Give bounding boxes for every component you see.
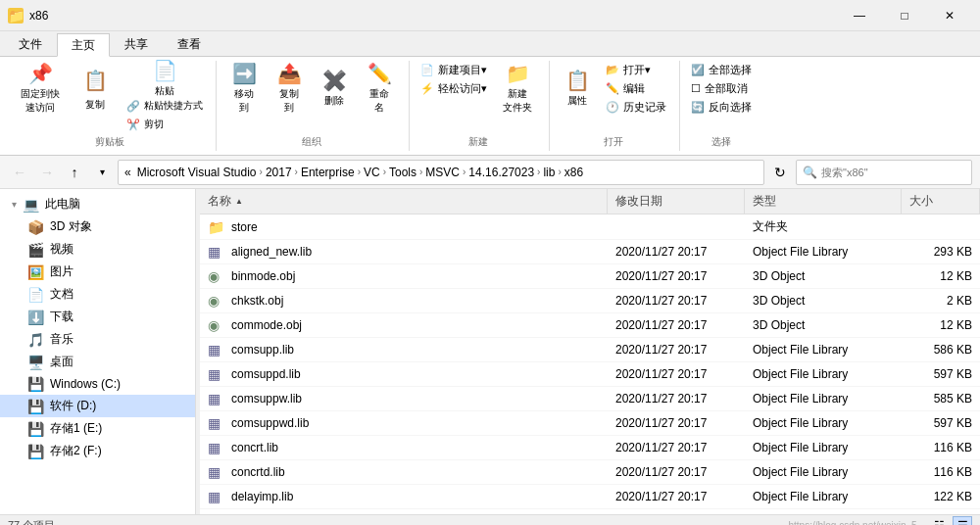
select-all-button[interactable]: ☑️ 全部选择 bbox=[686, 61, 757, 78]
search-input[interactable] bbox=[821, 167, 965, 178]
history-icon: 🕐 bbox=[606, 101, 619, 114]
sidebar-label-pc: 此电脑 bbox=[45, 196, 80, 213]
tab-view[interactable]: 查看 bbox=[163, 32, 216, 56]
tab-share[interactable]: 共享 bbox=[110, 32, 163, 56]
sidebar-item-f[interactable]: 💾 存储2 (F:) bbox=[0, 440, 195, 462]
forward-button[interactable]: → bbox=[35, 161, 59, 184]
deselect-all-icon: ☐ bbox=[691, 82, 701, 95]
table-row[interactable]: ◉ commode.obj 2020/11/27 20:17 3D Object… bbox=[200, 313, 980, 338]
tab-file[interactable]: 文件 bbox=[4, 32, 57, 56]
file-size: 12 KB bbox=[902, 267, 980, 285]
col-header-size[interactable]: 大小 bbox=[902, 189, 980, 214]
downloads-icon: ⬇️ bbox=[27, 310, 44, 325]
copy-icon: 📋 bbox=[79, 65, 111, 96]
path-seg-2017: 2017 bbox=[266, 166, 292, 179]
sidebar-label-3d: 3D 对象 bbox=[50, 218, 92, 235]
tab-home[interactable]: 主页 bbox=[57, 33, 110, 57]
sidebar-item-pc[interactable]: ▾ 💻 此电脑 bbox=[0, 193, 195, 215]
sidebar-item-desktop[interactable]: 🖥️ 桌面 bbox=[0, 351, 195, 373]
file-name: concrtd.lib bbox=[231, 465, 285, 479]
properties-icon: 📋 bbox=[565, 69, 590, 92]
file-icon: ▦ bbox=[208, 415, 225, 431]
cut-button[interactable]: ✂️ 剪切 bbox=[122, 116, 208, 133]
new-folder-icon: 📁 bbox=[506, 62, 530, 85]
delete-button[interactable]: ✖️ 删除 bbox=[313, 61, 356, 116]
maximize-button[interactable]: □ bbox=[882, 0, 927, 31]
sidebar-label-f: 存储2 (F:) bbox=[50, 443, 102, 459]
file-type: 文件夹 bbox=[745, 216, 902, 237]
sidebar-item-e[interactable]: 💾 存储1 (E:) bbox=[0, 417, 195, 440]
table-row[interactable]: ▦ concrt.lib 2020/11/27 20:17 Object Fil… bbox=[200, 436, 980, 460]
list-view-button[interactable]: ☰ bbox=[953, 516, 972, 526]
open-button[interactable]: 📂 打开▾ bbox=[601, 61, 671, 78]
up-button[interactable]: ↑ bbox=[63, 161, 86, 184]
easy-access-button[interactable]: ⚡ 轻松访问▾ bbox=[416, 79, 492, 97]
col-header-name[interactable]: 名称 ▲ bbox=[200, 189, 608, 214]
table-row[interactable]: ▦ aligned_new.lib 2020/11/27 20:17 Objec… bbox=[200, 240, 980, 264]
paste-shortcut-button[interactable]: 🔗 粘贴快捷方式 bbox=[122, 97, 208, 115]
ribbon-group-select: ☑️ 全部选择 ☐ 全部取消 🔄 反向选择 选择 bbox=[682, 61, 764, 151]
open-label: 打开 bbox=[556, 135, 671, 149]
close-button[interactable]: ✕ bbox=[927, 0, 972, 31]
sidebar-item-docs[interactable]: 📄 文档 bbox=[0, 283, 195, 306]
table-row[interactable]: ▦ exe_initialize_mta.lib 2020/11/27 20:1… bbox=[200, 509, 980, 514]
table-row[interactable]: ◉ binmode.obj 2020/11/27 20:17 3D Object… bbox=[200, 264, 980, 289]
file-name: binmode.obj bbox=[231, 269, 295, 283]
clipboard-content: 📌 固定到快速访问 📋 复制 📄 粘贴 🔗 粘贴快捷方式 ✂️ 剪切 bbox=[12, 61, 208, 133]
sidebar-item-video[interactable]: 🎬 视频 bbox=[0, 238, 195, 261]
drive-f-icon: 💾 bbox=[27, 444, 44, 459]
clipboard-label: 剪贴板 bbox=[12, 135, 208, 149]
copy-to-button[interactable]: 📤 复制到 bbox=[268, 61, 311, 116]
paste-button[interactable]: 📄 粘贴 bbox=[122, 61, 208, 96]
table-row[interactable]: ▦ comsuppwd.lib 2020/11/27 20:17 Object … bbox=[200, 411, 980, 436]
address-path[interactable]: « Microsoft Visual Studio › 2017 › Enter… bbox=[118, 160, 764, 185]
sidebar-label-pictures: 图片 bbox=[50, 263, 74, 280]
search-box[interactable]: 🔍 bbox=[796, 160, 972, 185]
sidebar-item-3d[interactable]: 📦 3D 对象 bbox=[0, 215, 195, 238]
file-size: 2 KB bbox=[902, 292, 980, 310]
rename-button[interactable]: ✏️ 重命名 bbox=[358, 61, 401, 116]
new-folder-button[interactable]: 📁 新建文件夹 bbox=[494, 61, 541, 116]
table-row[interactable]: 📁 store 文件夹 bbox=[200, 215, 980, 240]
details-view-button[interactable]: ☷ bbox=[929, 516, 949, 526]
sidebar-item-c[interactable]: 💾 Windows (C:) bbox=[0, 373, 195, 395]
col-header-date[interactable]: 修改日期 bbox=[608, 189, 745, 214]
sidebar-item-pictures[interactable]: 🖼️ 图片 bbox=[0, 261, 195, 283]
edit-button[interactable]: ✏️ 编辑 bbox=[601, 79, 671, 97]
file-type: Object File Library bbox=[745, 341, 902, 358]
properties-button[interactable]: 📋 属性 bbox=[556, 61, 599, 116]
recent-locations-button[interactable]: ▾ bbox=[90, 161, 114, 184]
table-row[interactable]: ◉ chkstk.obj 2020/11/27 20:17 3D Object … bbox=[200, 289, 980, 313]
open-content: 📋 属性 📂 打开▾ ✏️ 编辑 🕐 历史记录 bbox=[556, 61, 671, 133]
table-row[interactable]: ▦ delayimp.lib 2020/11/27 20:17 Object F… bbox=[200, 485, 980, 509]
sidebar-item-downloads[interactable]: ⬇️ 下载 bbox=[0, 306, 195, 328]
move-to-button[interactable]: ➡️ 移动到 bbox=[222, 61, 266, 116]
table-row[interactable]: ▦ comsuppw.lib 2020/11/27 20:17 Object F… bbox=[200, 387, 980, 411]
file-type: Object File Library bbox=[745, 488, 902, 505]
deselect-all-button[interactable]: ☐ 全部取消 bbox=[686, 79, 757, 97]
sidebar-item-music[interactable]: 🎵 音乐 bbox=[0, 328, 195, 351]
3d-icon: 📦 bbox=[27, 219, 44, 235]
back-button[interactable]: ← bbox=[8, 161, 31, 184]
refresh-button[interactable]: ↻ bbox=[768, 161, 792, 184]
title-bar-controls: — □ ✕ bbox=[837, 0, 972, 31]
pin-to-quickaccess-button[interactable]: 📌 固定到快速访问 bbox=[12, 61, 69, 116]
file-name: delayimp.lib bbox=[231, 490, 293, 503]
edit-icon: ✏️ bbox=[606, 82, 619, 95]
new-item-button[interactable]: 📄 新建项目▾ bbox=[416, 61, 492, 78]
pictures-icon: 🖼️ bbox=[27, 264, 44, 280]
invert-select-button[interactable]: 🔄 反向选择 bbox=[686, 98, 757, 116]
desktop-icon: 🖥️ bbox=[27, 355, 44, 370]
organize-label: 组织 bbox=[222, 135, 401, 149]
sidebar-item-d[interactable]: 💾 软件 (D:) bbox=[0, 395, 195, 417]
minimize-button[interactable]: — bbox=[837, 0, 882, 31]
table-row[interactable]: ▦ comsuppd.lib 2020/11/27 20:17 Object F… bbox=[200, 362, 980, 387]
watermark: https://blog.csdn.net/weixin_5... bbox=[788, 520, 925, 525]
table-row[interactable]: ▦ comsupp.lib 2020/11/27 20:17 Object Fi… bbox=[200, 338, 980, 362]
copy-to-icon: 📤 bbox=[277, 62, 302, 85]
col-header-type[interactable]: 类型 bbox=[745, 189, 902, 214]
history-button[interactable]: 🕐 历史记录 bbox=[601, 98, 671, 116]
copy-button[interactable]: 📋 复制 bbox=[71, 61, 120, 116]
table-row[interactable]: ▦ concrtd.lib 2020/11/27 20:17 Object Fi… bbox=[200, 460, 980, 485]
sidebar-label-e: 存储1 (E:) bbox=[50, 420, 102, 437]
